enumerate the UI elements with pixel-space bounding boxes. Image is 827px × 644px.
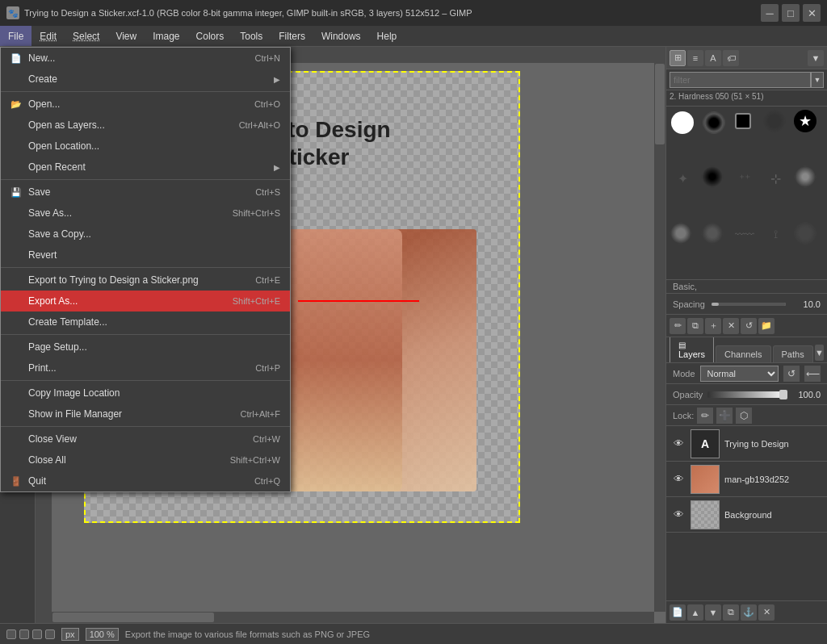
- maximize-button[interactable]: □: [782, 4, 800, 22]
- menu-close-all[interactable]: Close All Shift+Ctrl+W: [1, 450, 290, 470]
- open-icon: 📂: [10, 99, 22, 110]
- menu-create[interactable]: Create ▶: [1, 69, 290, 90]
- menu-file[interactable]: File: [0, 26, 31, 46]
- close-button[interactable]: ✕: [803, 4, 821, 22]
- layer-new-btn[interactable]: 📄: [670, 604, 686, 621]
- spacing-bar: Spacing 10.0: [666, 293, 827, 314]
- brush-item[interactable]: ⟟: [763, 222, 789, 248]
- save-icon: 💾: [10, 187, 22, 198]
- brush-path-btn[interactable]: 📁: [758, 318, 775, 334]
- layer-delete-btn[interactable]: ✕: [758, 604, 775, 621]
- menu-quit[interactable]: 🚪 Quit Ctrl+Q: [1, 470, 290, 491]
- lock-position-btn[interactable]: ➕: [716, 408, 733, 424]
- menu-show-in-file-manager[interactable]: Show in File Manager Ctrl+Alt+F: [1, 404, 290, 424]
- layer-anchor-btn[interactable]: ⚓: [741, 604, 757, 621]
- menu-view[interactable]: View: [107, 26, 145, 46]
- menu-open[interactable]: 📂 Open... Ctrl+O: [1, 94, 290, 115]
- menu-save-copy[interactable]: Save a Copy...: [1, 224, 290, 245]
- menu-tools[interactable]: Tools: [232, 26, 271, 46]
- unit-selector[interactable]: px: [61, 628, 79, 641]
- menu-revert[interactable]: Revert: [1, 245, 290, 266]
- layers-menu-btn[interactable]: ▼: [815, 345, 824, 361]
- app-icon: 🐾: [6, 6, 19, 19]
- menu-edit[interactable]: Edit: [31, 26, 65, 46]
- menu-export-as[interactable]: Export As... Shift+Ctrl+E: [1, 291, 290, 312]
- brush-grid: ★ ✦ ⁺⁺ ⊹ 〰〰 ⟟: [666, 107, 827, 279]
- brush-item[interactable]: ✦: [670, 165, 695, 191]
- layers-section: ▤ Layers Channels Paths ▼ Mode Normal ↺: [666, 337, 827, 623]
- canvas-scrollbar-horizontal[interactable]: [52, 612, 654, 623]
- layer-raise-btn[interactable]: ▲: [687, 604, 703, 621]
- layer-mode-reset-btn[interactable]: ↺: [783, 366, 800, 382]
- brush-delete-btn[interactable]: ✕: [723, 318, 739, 334]
- brush-new-btn[interactable]: ＋: [705, 318, 721, 334]
- sep-4: [1, 334, 290, 335]
- canvas-scrollbar-vertical[interactable]: [654, 63, 665, 612]
- brush-item[interactable]: [701, 165, 724, 188]
- brush-item[interactable]: [735, 113, 751, 129]
- brush-item[interactable]: ⊹: [763, 165, 789, 191]
- layer-lower-btn[interactable]: ▼: [705, 604, 721, 621]
- menu-image[interactable]: Image: [145, 26, 187, 46]
- layer-mode-history-btn[interactable]: ⟵: [804, 366, 821, 382]
- menu-page-setup[interactable]: Page Setup...: [1, 337, 290, 358]
- layer-mode-select[interactable]: Normal: [700, 366, 779, 382]
- layer-opacity-slider[interactable]: [707, 391, 787, 398]
- menu-open-as-layers[interactable]: Open as Layers... Ctrl+Alt+O: [1, 115, 290, 136]
- zoom-selector[interactable]: 100 %: [86, 628, 119, 641]
- brush-font-btn[interactable]: A: [705, 50, 721, 66]
- brush-item[interactable]: [794, 165, 817, 188]
- brush-grid-view-btn[interactable]: ⊞: [670, 50, 686, 66]
- menu-open-recent[interactable]: Open Recent ▶: [1, 157, 290, 178]
- brush-edit-btn[interactable]: ✏: [670, 318, 686, 334]
- layer-eye-text[interactable]: 👁: [671, 437, 686, 451]
- menu-close-view[interactable]: Close View Ctrl+W: [1, 429, 290, 450]
- layer-item-bg[interactable]: 👁 Background: [666, 497, 827, 533]
- layer-opacity-row: Opacity 100.0: [666, 384, 827, 405]
- brush-item[interactable]: ⁺⁺: [732, 165, 758, 191]
- menu-save-as[interactable]: Save As... Shift+Ctrl+S: [1, 203, 290, 224]
- layer-item-text[interactable]: 👁 A Trying to Design: [666, 426, 827, 462]
- brush-item[interactable]: [763, 110, 786, 132]
- brush-item[interactable]: ★: [794, 110, 817, 132]
- menu-export-to[interactable]: Export to Trying to Design a Sticker.png…: [1, 270, 290, 291]
- minimize-button[interactable]: ─: [761, 4, 779, 22]
- layer-item-man[interactable]: 👁 man-gb193d252: [666, 462, 827, 497]
- brush-duplicate-btn[interactable]: ⧉: [687, 318, 703, 334]
- brushes-menu-btn[interactable]: ▼: [808, 50, 824, 66]
- menu-windows[interactable]: Windows: [313, 26, 369, 46]
- brush-item[interactable]: [670, 222, 692, 245]
- layer-eye-bg[interactable]: 👁: [671, 508, 686, 522]
- lock-pixels-btn[interactable]: ✏: [697, 408, 713, 424]
- menu-help[interactable]: Help: [369, 26, 405, 46]
- spacing-slider[interactable]: [712, 303, 786, 306]
- filter-bar: ▼: [666, 69, 827, 90]
- brush-item[interactable]: [701, 222, 724, 245]
- menu-save[interactable]: 💾 Save Ctrl+S: [1, 182, 290, 203]
- menu-print[interactable]: Print... Ctrl+P: [1, 358, 290, 378]
- lock-alpha-btn[interactable]: ⬡: [736, 408, 752, 424]
- brush-refresh-btn[interactable]: ↺: [741, 318, 757, 334]
- menu-create-template[interactable]: Create Template...: [1, 312, 290, 332]
- filter-dropdown[interactable]: ▼: [811, 72, 824, 88]
- brush-item[interactable]: [671, 111, 694, 134]
- layer-name-bg: Background: [724, 510, 822, 520]
- menu-new[interactable]: 📄 New... Ctrl+N: [1, 48, 290, 69]
- tab-paths[interactable]: Paths: [773, 345, 813, 362]
- tab-channels[interactable]: Channels: [716, 345, 770, 362]
- brush-item[interactable]: 〰〰: [732, 222, 758, 248]
- menu-filters[interactable]: Filters: [271, 26, 313, 46]
- brush-item[interactable]: [794, 222, 817, 245]
- layer-duplicate-btn[interactable]: ⧉: [723, 604, 739, 621]
- menu-colors[interactable]: Colors: [188, 26, 233, 46]
- menu-select[interactable]: Select: [65, 26, 107, 46]
- menu-open-location[interactable]: Open Location...: [1, 136, 290, 157]
- menu-copy-image-location[interactable]: Copy Image Location: [1, 383, 290, 404]
- brush-item[interactable]: [703, 111, 725, 134]
- layer-actions: 📄 ▲ ▼ ⧉ ⚓ ✕: [666, 600, 827, 623]
- layer-eye-man[interactable]: 👁: [671, 472, 686, 487]
- brush-list-view-btn[interactable]: ≡: [687, 50, 703, 66]
- tab-layers[interactable]: ▤ Layers: [670, 337, 714, 362]
- filter-input[interactable]: [670, 72, 811, 88]
- brush-tag-btn[interactable]: 🏷: [723, 50, 739, 66]
